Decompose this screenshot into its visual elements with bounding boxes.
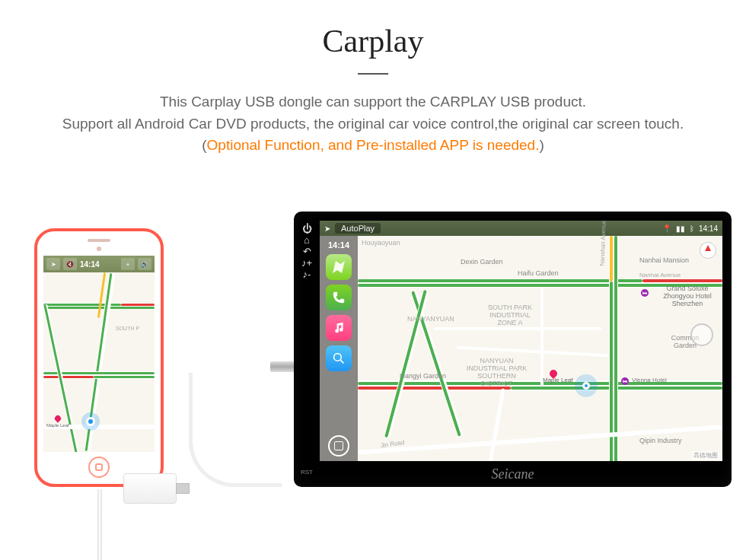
- maps-icon: [331, 259, 346, 275]
- volume-up-button[interactable]: ♪+: [301, 257, 312, 269]
- desc-highlight: Optional Function, and Pre-installed APP…: [207, 137, 540, 153]
- iphone-device: ➤ 🔇 14:14 ＋ 🔊 SOUTH P Mapl: [34, 228, 164, 487]
- desc-line2b: ): [539, 137, 544, 153]
- current-location-dot: [582, 382, 590, 390]
- map-label-dexin: Dexin Garden: [461, 259, 503, 266]
- phone-map-view[interactable]: SOUTH P Maple Leaf: [43, 272, 155, 452]
- carplay-phone-app[interactable]: [326, 285, 352, 310]
- signal-icon: ▮▮: [676, 224, 685, 233]
- carplay-search-app[interactable]: [326, 345, 352, 371]
- phone-speaker: [88, 239, 110, 242]
- phone-camera: [97, 247, 101, 251]
- nav-icon[interactable]: ➤: [324, 224, 330, 233]
- map-label-maple: Maple Leaf: [543, 377, 573, 384]
- map-label-soluxe: Grand Soluxe Zhongyou Hotel Shenzhen: [653, 285, 722, 308]
- home-button[interactable]: ⌂: [304, 234, 310, 246]
- head-unit-statusbar: ➤ AutoPlay 📍 ▮▮ ᛒ 14:14: [320, 221, 722, 236]
- map-label-houyuan: Houyaoyuan: [362, 240, 400, 247]
- map-label-vienna: Vienna Hotel: [632, 377, 667, 384]
- carplay-time: 14:14: [328, 240, 349, 250]
- gps-icon: 📍: [662, 224, 671, 233]
- title-divider: [358, 73, 388, 75]
- map-label-nanyuan-south: NANYUAN INDUSTRIAL PARK SOUTHERN DISTRIC…: [464, 358, 529, 388]
- reset-button[interactable]: RST: [301, 469, 313, 476]
- map-credit: 高德地图: [692, 451, 719, 460]
- mute-icon[interactable]: 🔇: [63, 258, 77, 270]
- phone-time: 14:14: [80, 260, 100, 269]
- brand-label: Seicane: [492, 466, 534, 482]
- search-icon: [333, 352, 345, 364]
- usb-cable: [189, 373, 282, 487]
- add-icon[interactable]: ＋: [121, 258, 135, 270]
- svg-line-1: [340, 360, 343, 363]
- app-name-pill[interactable]: AutoPlay: [335, 223, 381, 234]
- map-locate-button[interactable]: [690, 323, 713, 346]
- volume-icon[interactable]: 🔊: [138, 258, 151, 270]
- phone-map-label-area: SOUTH P: [116, 326, 139, 331]
- music-icon: [333, 322, 345, 334]
- carplay-sidebar: 14:14: [320, 236, 358, 461]
- svg-point-0: [334, 354, 342, 361]
- head-unit-map-view[interactable]: Houyaoyuan Dexin Garden Haifu Garden Nan…: [358, 236, 722, 461]
- volume-down-button[interactable]: ♪-: [303, 269, 311, 280]
- lightning-cable: [97, 489, 102, 560]
- phone-icon: [332, 291, 346, 304]
- phone-map-pin: [53, 414, 62, 422]
- back-button[interactable]: ↶: [303, 246, 311, 257]
- carplay-music-app[interactable]: [326, 315, 352, 341]
- compass-icon[interactable]: [700, 242, 716, 259]
- map-label-nanyanyuan: NANYANYUAN: [407, 316, 454, 323]
- current-location-dot: [86, 417, 95, 426]
- power-button[interactable]: ⏻: [302, 223, 312, 234]
- carplay-home-button[interactable]: [328, 435, 349, 457]
- map-label-qipin: Qipin Industry: [639, 438, 682, 445]
- car-head-unit: ⏻ ⌂ ↶ ♪+ ♪- RST ➤ AutoPlay 📍 ▮▮ ᛒ 14:14 …: [294, 212, 732, 487]
- map-label-liangyi: Liangyi Garden: [400, 373, 446, 380]
- map-label-nanhai-mansion: Nanhai Mansion: [639, 257, 689, 265]
- description-text: This Carplay USB dongle can support the …: [38, 91, 708, 157]
- desc-line1: This Carplay USB dongle can support the …: [160, 94, 586, 110]
- phone-home-button[interactable]: [88, 457, 110, 478]
- usb-dongle: [123, 473, 177, 504]
- phone-map-pin-label: Maple Leaf: [46, 423, 69, 428]
- usb-port: [176, 483, 190, 494]
- page-title: Carplay: [0, 23, 746, 59]
- map-label-nanshan: Nanshan Avenue: [600, 221, 608, 266]
- head-unit-screen: ➤ AutoPlay 📍 ▮▮ ᛒ 14:14 14:14: [320, 221, 722, 461]
- head-unit-time: 14:14: [699, 224, 718, 233]
- head-unit-button-panel: ⏻ ⌂ ↶ ♪+ ♪- RST: [294, 223, 320, 476]
- phone-statusbar: ➤ 🔇 14:14 ＋ 🔊: [43, 256, 155, 272]
- hotel-marker-icon[interactable]: 🛏: [641, 289, 649, 297]
- map-label-nanhai: Nanhai Avenue: [639, 272, 681, 279]
- map-label-south-park: SOUTH PARK INDUSTRIAL ZONE A: [480, 304, 540, 327]
- bluetooth-icon: ᛒ: [690, 224, 694, 233]
- nav-arrow-icon[interactable]: ➤: [46, 258, 60, 270]
- carplay-maps-app[interactable]: [326, 254, 352, 280]
- map-label-haifu: Haifu Garden: [518, 270, 559, 278]
- hotel-marker-icon[interactable]: 🛏: [621, 377, 629, 385]
- phone-screen: ➤ 🔇 14:14 ＋ 🔊 SOUTH P Mapl: [43, 256, 155, 452]
